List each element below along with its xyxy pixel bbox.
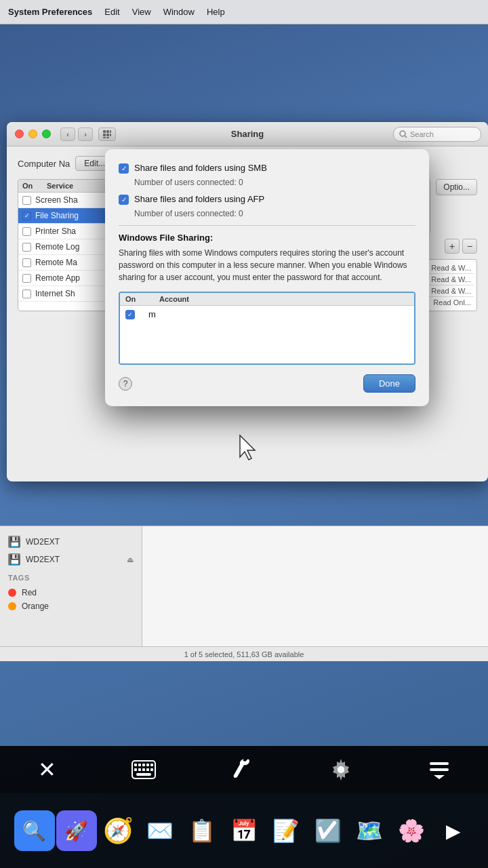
finder-sidebar: 💾 WD2EXT 💾 WD2EXT ⏏ Tags Red Orange xyxy=(0,526,142,661)
finder-item-wd2ext-1[interactable]: 💾 WD2EXT xyxy=(0,533,142,551)
close-button[interactable] xyxy=(15,130,24,138)
menubar-help[interactable]: Help xyxy=(207,7,225,17)
eject-icon[interactable]: ⏏ xyxy=(127,555,134,564)
permissions-access-1: Read & W... xyxy=(431,275,471,283)
svg-line-9 xyxy=(405,136,407,138)
service-checkbox-internet-sharing[interactable] xyxy=(22,290,31,298)
dock: 🔍 🚀 🧭 ✉️ 📋 📅 📝 ☑️ 🗺️ 🌸 ▶ xyxy=(0,793,488,868)
svg-rect-6 xyxy=(103,137,106,138)
svg-rect-24 xyxy=(430,762,449,765)
dock-safari[interactable]: 🧭 xyxy=(98,810,139,851)
windows-sharing-dialog: Share files and folders using SMB Number… xyxy=(105,149,429,406)
dock-calendar[interactable]: 📅 xyxy=(224,810,264,851)
help-button[interactable]: ? xyxy=(119,377,132,391)
afp-checkbox[interactable] xyxy=(119,195,129,205)
permissions-access-3: Read Onl... xyxy=(433,298,471,307)
windows-sharing-desc: Sharing files with some Windows computer… xyxy=(119,247,415,283)
service-checkbox-printer-sharing[interactable] xyxy=(22,227,31,236)
nav-back-button[interactable]: ‹ xyxy=(60,127,75,141)
dock-finder[interactable]: 🔍 xyxy=(14,810,55,851)
tag-item-orange[interactable]: Orange xyxy=(8,599,134,613)
tag-item-red[interactable]: Red xyxy=(8,586,134,599)
account-name-m: m xyxy=(148,309,156,319)
svg-rect-17 xyxy=(138,768,141,771)
svg-point-8 xyxy=(400,131,405,136)
dock-reminders[interactable]: ☑️ xyxy=(308,810,348,851)
dock-contacts[interactable]: 📋 xyxy=(182,810,222,851)
window-nav: ‹ › xyxy=(60,127,93,141)
svg-rect-11 xyxy=(134,764,137,766)
tags-section: Tags Red Orange xyxy=(0,568,142,616)
dock-more[interactable]: ▶ xyxy=(433,810,474,851)
afp-row: Share files and folders using AFP xyxy=(119,194,415,205)
smb-row: Share files and folders using SMB xyxy=(119,163,415,174)
tag-label-orange: Orange xyxy=(22,601,49,611)
wd2ext-2-icon: 💾 xyxy=(8,553,20,566)
dock-maps[interactable]: 🗺️ xyxy=(349,810,390,851)
menubar: System Preferences Edit View Window Help xyxy=(0,0,488,24)
add-user-button[interactable]: + xyxy=(445,239,460,254)
empty-account-rows xyxy=(120,323,414,363)
svg-rect-15 xyxy=(150,764,153,766)
menubar-view[interactable]: View xyxy=(132,7,151,17)
nav-forward-button[interactable]: › xyxy=(78,127,93,141)
services-col-service: Service xyxy=(47,182,73,190)
svg-rect-18 xyxy=(142,768,145,771)
account-checkbox-m[interactable] xyxy=(125,310,135,319)
permissions-access-col-0: Read & W... xyxy=(431,264,471,272)
service-name-printer-sharing: Printer Sha xyxy=(35,226,76,236)
wrench-control-button[interactable] xyxy=(231,757,253,782)
dock-launchpad[interactable]: 🚀 xyxy=(56,810,97,851)
menubar-edit[interactable]: Edit xyxy=(104,7,119,17)
services-col-on: On xyxy=(22,182,47,190)
keyboard-control-button[interactable] xyxy=(131,760,156,779)
smb-checkbox[interactable] xyxy=(119,163,129,174)
service-name-remote-login: Remote Log xyxy=(35,242,79,252)
service-checkbox-remote-login[interactable] xyxy=(22,243,31,252)
dock-mail[interactable]: ✉️ xyxy=(140,810,180,851)
service-checkbox-remote-management[interactable] xyxy=(22,258,31,267)
service-name-remote-management: Remote Ma xyxy=(35,258,77,267)
maximize-button[interactable] xyxy=(42,130,51,138)
svg-rect-1 xyxy=(106,130,109,133)
settings-control-button[interactable] xyxy=(329,757,353,782)
options-button[interactable]: Optio... xyxy=(436,179,477,195)
account-table: On Account m xyxy=(119,292,415,365)
tag-label-red: Red xyxy=(22,588,37,597)
svg-rect-5 xyxy=(110,134,111,136)
service-checkbox-file-sharing[interactable] xyxy=(22,212,31,220)
svg-rect-0 xyxy=(103,130,106,133)
svg-marker-26 xyxy=(434,775,445,779)
tag-dot-red xyxy=(8,589,16,597)
service-name-screen-sharing: Screen Sha xyxy=(35,195,78,205)
svg-rect-25 xyxy=(430,768,449,771)
finder-statusbar: 1 of 5 selected, 511,63 GB available xyxy=(0,646,488,661)
account-row-m[interactable]: m xyxy=(120,306,414,323)
afp-connected-count: Number of users connected: 0 xyxy=(134,209,415,218)
account-col-on: On xyxy=(125,295,146,303)
search-box[interactable]: Search xyxy=(393,127,481,142)
menubar-window[interactable]: Window xyxy=(163,7,195,17)
dock-notes[interactable]: 📝 xyxy=(266,810,306,851)
finder-item-wd2ext-2[interactable]: 💾 WD2EXT ⏏ xyxy=(0,551,142,568)
finder-label-wd2ext-2: WD2EXT xyxy=(26,555,60,564)
svg-rect-13 xyxy=(142,764,145,766)
done-button[interactable]: Done xyxy=(363,374,415,393)
remove-user-button[interactable]: − xyxy=(462,239,477,254)
computer-name-label: Computer Na xyxy=(18,159,70,169)
grid-view-button[interactable] xyxy=(98,127,116,141)
service-checkbox-screen-sharing[interactable] xyxy=(22,196,31,205)
close-control-button[interactable]: ✕ xyxy=(38,757,56,783)
svg-rect-16 xyxy=(134,768,137,771)
permissions-access-2: Read & W... xyxy=(431,287,471,295)
smb-connected-count: Number of users connected: 0 xyxy=(134,178,415,187)
service-checkbox-remote-apple[interactable] xyxy=(22,274,31,283)
service-name-file-sharing: File Sharing xyxy=(35,211,79,220)
down-control-button[interactable] xyxy=(428,760,450,779)
svg-rect-19 xyxy=(146,768,149,771)
minimize-button[interactable] xyxy=(28,130,37,138)
dock-photos[interactable]: 🌸 xyxy=(391,810,432,851)
desktop: System Preferences Edit View Window Help… xyxy=(0,0,488,868)
dialog-separator xyxy=(119,225,415,226)
menubar-app-name[interactable]: System Preferences xyxy=(8,7,92,17)
